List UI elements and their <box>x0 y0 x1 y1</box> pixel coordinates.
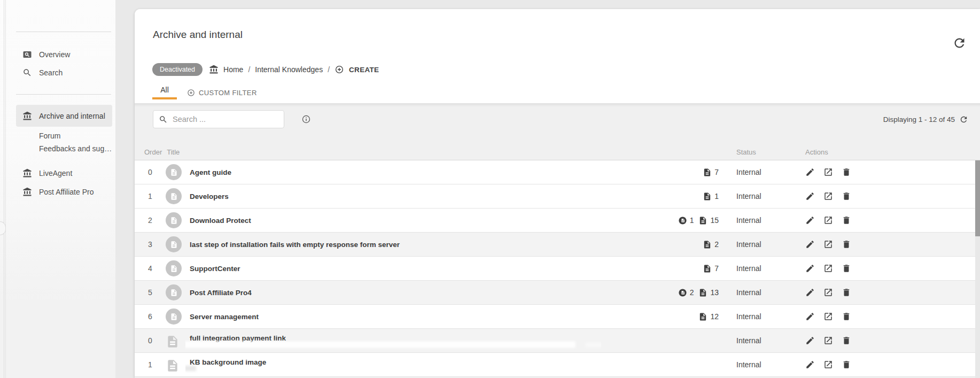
sidebar-splitter-inner <box>5 0 6 378</box>
edit-pencil-icon[interactable] <box>805 191 815 201</box>
bank-icon <box>22 187 32 197</box>
edit-pencil-icon[interactable] <box>805 215 815 225</box>
row-order: 1 <box>135 360 159 369</box>
sidebar-item-post-affiliate-pro[interactable]: Post Affiliate Pro <box>16 183 112 200</box>
sidebar-splitter[interactable] <box>4 0 4 378</box>
open-in-new-icon[interactable] <box>823 264 833 273</box>
redacted-text <box>585 343 601 347</box>
sidebar-item-search[interactable]: Search <box>16 65 112 80</box>
row-status: Internal <box>724 288 804 297</box>
open-in-new-icon[interactable] <box>823 191 833 201</box>
articles-count: 7 <box>703 168 719 177</box>
redacted-text <box>185 366 196 371</box>
hidden-count-value: 2 <box>690 288 694 297</box>
breadcrumb-internal-knowledges[interactable]: Internal Knowledges <box>255 65 323 74</box>
column-header-actions: Actions <box>804 148 980 156</box>
row-status: Internal <box>724 168 804 176</box>
edit-pencil-icon[interactable] <box>805 240 815 249</box>
articles-count: 15 <box>698 216 719 225</box>
sidebar-item-label: Overview <box>39 50 70 59</box>
edit-pencil-icon[interactable] <box>805 264 815 273</box>
edit-pencil-icon[interactable] <box>805 312 815 321</box>
sidebar-item-label: LiveAgent <box>39 169 72 178</box>
category-doc-icon <box>166 164 182 180</box>
trash-icon[interactable] <box>842 360 851 369</box>
category-doc-icon <box>166 284 182 300</box>
vertical-scrollbar <box>975 160 980 378</box>
column-header-title: Title <box>167 148 180 156</box>
main-panel: Archive and internal Deactivated Home / … <box>135 9 980 378</box>
row-status: Internal <box>724 264 804 273</box>
breadcrumb-home[interactable]: Home <box>223 65 243 74</box>
document-icon <box>698 312 707 321</box>
articles-count-value: 12 <box>710 312 719 321</box>
column-header-status: Status <box>724 148 804 156</box>
document-icon <box>698 288 707 297</box>
displaying-count: Displaying 1 - 12 of 45 <box>883 115 955 124</box>
row-order: 4 <box>135 264 159 273</box>
sidebar-item-overview[interactable]: Overview <box>16 47 112 62</box>
edit-pencil-icon[interactable] <box>805 360 815 369</box>
sidebar-item-archive-and-internal[interactable]: Archive and internal <box>16 105 112 127</box>
search-input[interactable] <box>173 115 279 124</box>
table-row[interactable]: 5 Post Affiliate Pro4 2 13 Internal <box>135 281 980 305</box>
table-row[interactable]: 0 Agent guide 7 Internal <box>135 160 980 184</box>
tab-all[interactable]: All <box>152 82 177 99</box>
sidebar-item-forum[interactable]: Forum <box>39 129 113 142</box>
open-in-new-icon[interactable] <box>823 240 833 249</box>
table-row[interactable]: 3 last step of installation fails with e… <box>135 233 980 257</box>
open-in-new-icon[interactable] <box>823 312 833 321</box>
articles-count: 2 <box>703 240 719 249</box>
table-row[interactable]: 1 Developers 1 Internal <box>135 184 980 209</box>
edit-pencil-icon[interactable] <box>805 336 815 345</box>
row-title: Server management <box>190 313 259 321</box>
table-row[interactable]: 4 SupportCenter 7 Internal <box>135 257 980 281</box>
open-in-new-icon[interactable] <box>823 215 833 225</box>
trash-icon[interactable] <box>842 312 851 321</box>
trash-icon[interactable] <box>842 191 851 201</box>
row-status: Internal <box>724 216 804 225</box>
sidebar-item-feedbacks[interactable]: Feedbacks and sug… <box>39 142 113 155</box>
breadcrumb-separator: / <box>328 65 330 74</box>
open-in-new-icon[interactable] <box>823 360 833 369</box>
table-rows: 0 Agent guide 7 Internal <box>135 160 980 377</box>
edit-pencil-icon[interactable] <box>805 167 815 177</box>
column-header-order: Order <box>144 148 162 156</box>
category-doc-icon <box>166 260 182 276</box>
sidebar-item-liveagent[interactable]: LiveAgent <box>16 165 112 182</box>
plus-circle-icon <box>335 65 344 74</box>
trash-icon[interactable] <box>842 288 851 297</box>
scrollbar-thumb[interactable] <box>975 160 980 236</box>
row-status: Internal <box>724 360 804 369</box>
category-doc-icon <box>166 188 182 204</box>
table-row[interactable]: 0 full integration payment link Internal <box>135 329 980 353</box>
file-icon <box>166 358 180 374</box>
table-row[interactable]: 1 KB background image Internal <box>135 353 980 377</box>
info-icon[interactable] <box>301 114 311 124</box>
row-status: Internal <box>724 336 804 345</box>
table-row[interactable]: 2 Download Protect 1 15 Internal <box>135 209 980 233</box>
articles-count-value: 7 <box>714 264 719 273</box>
trash-icon[interactable] <box>842 167 851 177</box>
refresh-button[interactable] <box>952 36 967 51</box>
breadcrumb-create-button[interactable]: CREATE <box>349 66 379 74</box>
tab-custom-filter[interactable]: CUSTOM FILTER <box>182 82 262 99</box>
trash-icon[interactable] <box>842 336 851 345</box>
bank-icon <box>22 168 32 178</box>
row-status: Internal <box>724 192 804 200</box>
edit-pencil-icon[interactable] <box>805 288 815 297</box>
refresh-list-button[interactable] <box>959 115 968 124</box>
open-in-new-icon[interactable] <box>823 167 833 177</box>
table-row[interactable]: 6 Server management 12 Internal <box>135 305 980 329</box>
sidebar-divider-middle <box>16 94 111 95</box>
document-icon <box>703 240 712 249</box>
open-in-new-icon[interactable] <box>823 288 833 297</box>
open-in-new-icon[interactable] <box>823 336 833 345</box>
trash-icon[interactable] <box>842 240 851 249</box>
trash-icon[interactable] <box>842 215 851 225</box>
row-title: Agent guide <box>190 168 231 176</box>
trash-icon[interactable] <box>842 264 851 273</box>
page-title: Archive and internal <box>153 29 243 41</box>
row-order: 6 <box>135 312 159 321</box>
articles-count-value: 15 <box>710 216 719 225</box>
